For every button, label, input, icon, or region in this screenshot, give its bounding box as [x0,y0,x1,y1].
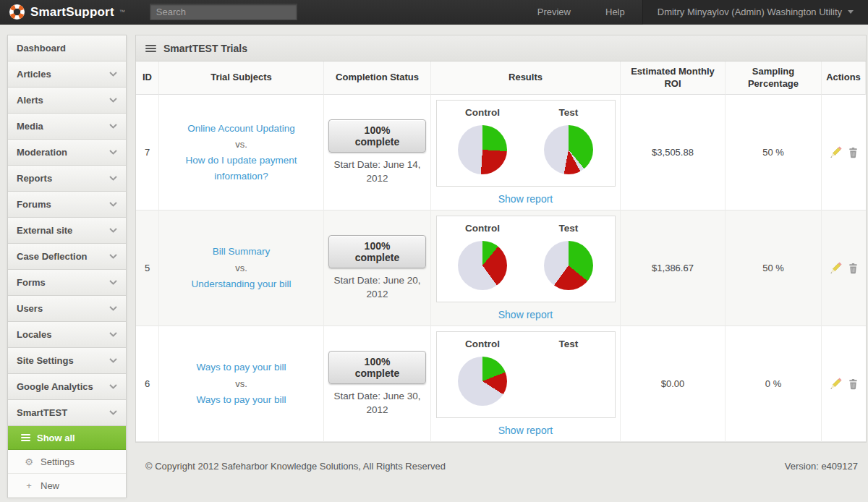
submenu-item-label: New [41,480,59,491]
sidebar-item-forms[interactable]: Forms [8,270,126,296]
submenu-item-settings[interactable]: ⚙ Settings [8,450,126,474]
delete-trash-icon[interactable] [847,378,859,391]
column-header-trial-subjects: Trial Subjects [159,61,324,95]
sidebar-item-label: Articles [17,69,51,80]
sidebar-item-label: Moderation [17,147,67,158]
sidebar-item-alerts[interactable]: Alerts [8,88,126,114]
completion-status-button[interactable]: 100% complete [328,235,426,268]
column-header-results: Results [431,61,621,95]
results-box: Control Test [436,216,616,302]
sampling-value: 50 % [726,210,822,326]
sidebar-item-dashboard[interactable]: Dashboard [8,35,126,61]
completion-status: 100% complete Start Date: June 20, 2012 [324,210,431,326]
control-pie-chart [458,357,507,406]
control-label: Control [465,223,500,234]
brand-name: SmartSupport [30,5,114,20]
test-label: Test [559,107,579,118]
subject-link[interactable]: Understanding your bill [191,276,291,292]
trials-table: ID Trial Subjects Completion Status Resu… [135,61,867,443]
chevron-down-icon [109,254,117,259]
trial-id: 7 [136,95,159,210]
top-bar: SmartSupport ™ Preview Help Dmitry Minya… [0,0,868,25]
chevron-down-icon [109,384,117,389]
page-title: SmartTEST Trials [163,43,247,54]
sidebar-item-label: Reports [17,173,52,184]
sidebar-item-smarttest[interactable]: SmartTEST [8,400,126,426]
control-label: Control [465,339,500,349]
sidebar-item-external-site[interactable]: External site [8,218,126,244]
main-content: SmartTEST Trials ID Trial Subjects Compl… [135,35,867,443]
sidebar-item-label: Forms [17,277,46,288]
sidebar-item-case-deflection[interactable]: Case Deflection [8,244,126,270]
brand-trademark: ™ [119,9,125,15]
vs-label: vs. [235,263,247,273]
sidebar-item-reports[interactable]: Reports [8,166,126,192]
edit-pencil-icon[interactable] [829,146,842,159]
trial-subjects: Bill Summary vs. Understanding your bill [159,210,324,326]
submenu-item-label: Show all [37,433,75,443]
sidebar-item-label: Case Deflection [17,251,88,262]
chevron-down-icon [109,332,117,337]
sidebar-item-media[interactable]: Media [8,114,126,140]
show-report-link[interactable]: Show report [498,309,553,320]
sidebar-item-site-settings[interactable]: Site Settings [8,348,126,374]
column-header-sampling: Sampling Percentage [726,61,822,95]
trial-id: 5 [136,210,159,326]
show-report-link[interactable]: Show report [498,193,553,205]
panel-header: SmartTEST Trials [135,35,867,61]
column-header-completion-status: Completion Status [324,61,431,95]
chevron-down-icon [109,72,117,77]
submenu-item-label: Settings [41,456,75,467]
edit-pencil-icon[interactable] [829,262,842,275]
lifebuoy-icon [9,4,25,20]
delete-trash-icon[interactable] [847,146,859,159]
trial-subjects: Ways to pay your bill vs. Ways to pay yo… [159,326,324,442]
caret-down-icon [848,10,854,14]
trial-subjects: Online Account Updating vs. How do I upd… [159,95,324,210]
sidebar-item-forums[interactable]: Forums [8,192,126,218]
completion-status-button[interactable]: 100% complete [328,119,426,153]
sidebar-item-moderation[interactable]: Moderation [8,140,126,166]
sidebar-item-google-analytics[interactable]: Google Analytics [8,374,126,400]
sidebar-item-label: Media [17,121,43,132]
subject-link[interactable]: Ways to pay your bill [196,360,286,375]
version-text: Version: e409127 [785,461,858,472]
subject-link[interactable]: Online Account Updating [187,121,295,137]
trial-id: 6 [136,326,159,442]
results-cell: Control Test Show report [431,210,621,326]
edit-pencil-icon[interactable] [829,378,842,391]
subject-link[interactable]: How do I update payment information? [169,153,314,184]
user-menu[interactable]: Dmitry Minyaylov (Admin) Washington Util… [642,0,868,25]
actions-cell [822,95,866,210]
gear-icon: ⚙ [24,456,34,467]
chevron-down-icon [109,306,117,311]
sidebar-item-locales[interactable]: Locales [8,322,126,348]
help-link[interactable]: Help [588,0,642,25]
results-cell: Control Test Show report [431,95,621,210]
list-icon [21,433,30,443]
submenu-item-show-all[interactable]: Show all [8,426,126,450]
submenu-item-new[interactable]: + New [8,474,126,498]
roi-value: $1,386.67 [621,210,726,326]
sidebar-item-users[interactable]: Users [8,296,126,322]
sidebar-item-label: External site [17,225,72,236]
user-name: Dmitry Minyaylov (Admin) Washington Util… [658,7,842,17]
show-report-link[interactable]: Show report [498,425,553,436]
chevron-down-icon [109,150,117,155]
sidebar-item-articles[interactable]: Articles [8,61,126,88]
delete-trash-icon[interactable] [847,262,859,275]
test-label: Test [559,223,579,234]
control-pie-chart [458,125,507,174]
results-box: Control Test [436,100,616,187]
sidebar-item-label: SmartTEST [17,407,67,418]
subject-link[interactable]: Ways to pay your bill [196,392,286,408]
test-label: Test [559,339,579,349]
footer: © Copyright 2012 Safeharbor Knowledge So… [135,442,867,472]
subject-link[interactable]: Bill Summary [213,244,271,260]
preview-link[interactable]: Preview [520,0,588,25]
column-header-id: ID [136,61,159,95]
brand-logo[interactable]: SmartSupport ™ [9,4,125,20]
completion-status-button[interactable]: 100% complete [328,351,426,384]
results-cell: Control Test Show report [431,326,621,442]
search-input[interactable] [150,4,297,20]
